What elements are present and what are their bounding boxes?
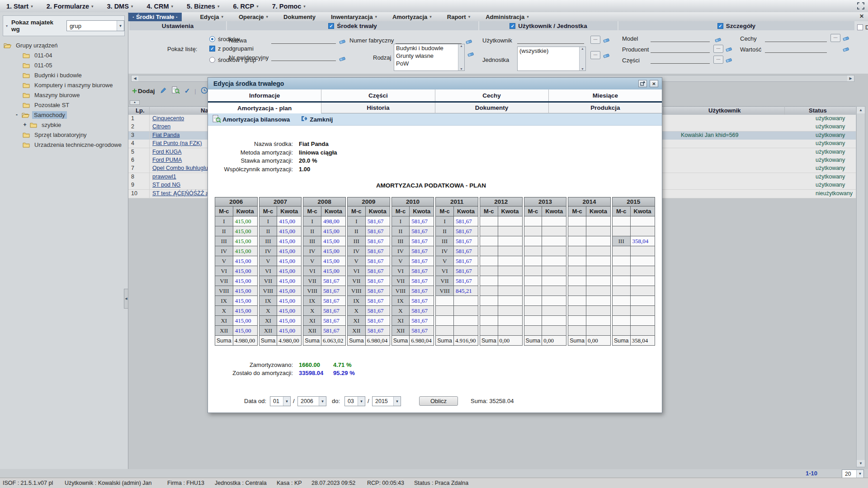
producent-browse-button[interactable]: ... xyxy=(713,45,723,53)
tree-item-komputery-i-maszyny-biurowe[interactable]: Komputery i maszyny biurowe xyxy=(0,80,128,90)
popout-window-icon[interactable] xyxy=(638,80,647,87)
tab-amortyzacja-plan[interactable]: Amortyzacja - plan xyxy=(208,103,321,113)
eraser-icon[interactable] xyxy=(843,46,849,53)
checkbox-checked-icon[interactable]: ✓ xyxy=(328,23,334,29)
cechy-input[interactable] xyxy=(765,36,827,42)
edit-pencil-icon[interactable] xyxy=(160,87,167,95)
scrollbar[interactable]: ▲▼ xyxy=(458,44,464,70)
asset-name-link[interactable]: ST pod NG xyxy=(152,182,180,188)
scroll-left-icon[interactable]: ◀ xyxy=(132,75,138,81)
collapse-minus-icon[interactable]: - xyxy=(14,112,19,118)
tree-item-grupy-urz-dze[interactable]: Grupy urządzeń xyxy=(0,40,128,50)
menubar-item-1-start[interactable]: 1. Start▾ xyxy=(6,3,33,10)
menubar-item-2-formularze[interactable]: 2. Formularze▾ xyxy=(47,3,94,10)
menubar-item-4-crm[interactable]: 4. CRM▾ xyxy=(146,3,173,10)
tab-produkcja[interactable]: Produkcja xyxy=(549,103,662,113)
tree-item-011-04[interactable]: 011-04 xyxy=(0,50,128,60)
column-header-lp[interactable]: Lp. xyxy=(136,107,145,114)
tab-miesi-ce[interactable]: Miesiące xyxy=(549,89,662,101)
zamknij-button[interactable]: Zamknij xyxy=(301,115,333,123)
clock-icon[interactable] xyxy=(201,87,208,95)
amortyzacja-bilansowa-button[interactable]: Amortyzacja bilansowa xyxy=(212,115,290,124)
jednostka-listbox[interactable]: (wszystkie) ▲▼ xyxy=(517,47,586,71)
group-by-select[interactable]: grup ▼ xyxy=(66,20,124,31)
asset-name-link[interactable]: Fiat Panda xyxy=(152,132,179,138)
producent-input[interactable] xyxy=(651,47,710,53)
tree-item-budynki-i-budowle[interactable]: Budynki i budowle xyxy=(0,70,128,80)
modulebar-item-dokumenty[interactable]: Dokumenty xyxy=(283,14,316,20)
sort-ascending-icon[interactable]: ▲ xyxy=(130,100,140,105)
od-month-select[interactable]: 01 ▼ xyxy=(270,396,291,406)
asset-name-link[interactable]: Fiat Punto (na FZK) xyxy=(152,140,202,146)
modulebar-item-raport[interactable]: Raport▾ xyxy=(447,14,470,20)
active-module-srodki-trwale[interactable]: Środki Trwałe xyxy=(128,13,182,21)
jednostka-browse-button[interactable]: ... xyxy=(590,51,600,59)
asset-name-link[interactable]: Citroen xyxy=(152,123,170,130)
eraser-icon[interactable] xyxy=(466,38,472,46)
menubar-item-7-pomoc[interactable]: 7. Pomoc▾ xyxy=(272,3,306,10)
uzytkownik-browse-button[interactable]: ... xyxy=(590,36,600,44)
rodzaj-option[interactable]: PoW xyxy=(394,60,464,67)
modulebar-item-edycja[interactable]: Edycja▾ xyxy=(200,14,223,20)
uzytkownik-input[interactable] xyxy=(517,38,584,44)
nazwa-input[interactable] xyxy=(271,38,336,44)
expand-corners-icon[interactable] xyxy=(857,2,864,9)
wartosc-input[interactable] xyxy=(765,47,827,53)
page-size-select[interactable]: 20 ▼ xyxy=(842,469,864,478)
radio-icon[interactable] xyxy=(209,36,215,42)
menubar-item-6-rcp[interactable]: 6. RCP▾ xyxy=(233,3,258,10)
eraser-icon[interactable] xyxy=(843,35,849,42)
rodzaj-option[interactable]: Budynki i budowle xyxy=(394,44,464,52)
scrollbar[interactable]: ▲▼ xyxy=(579,47,585,70)
radio-icon[interactable] xyxy=(209,57,215,63)
checkbox-z-podgrupami[interactable]: ✓ z podgrupami xyxy=(209,45,254,52)
rodzaj-option[interactable]: Grunty własne xyxy=(394,52,464,60)
partial-section-checkbox[interactable]: D xyxy=(857,24,868,31)
tab-dokumenty[interactable]: Dokumenty xyxy=(435,103,549,113)
tab-informacje[interactable]: Informacje xyxy=(208,89,321,101)
modulebar-item-operacje[interactable]: Operacje▾ xyxy=(239,14,268,20)
expand-plus-icon[interactable]: + xyxy=(23,122,27,128)
eraser-icon[interactable] xyxy=(339,38,346,46)
document-search-icon[interactable] xyxy=(172,86,180,95)
eraser-icon[interactable] xyxy=(715,37,722,44)
oblicz-button[interactable]: Oblicz xyxy=(419,396,458,406)
do-year-select[interactable]: 2015 ▼ xyxy=(372,396,401,406)
tree-item-samochody[interactable]: -Samochody xyxy=(0,110,128,120)
od-year-select[interactable]: 2006 ▼ xyxy=(297,396,326,406)
eraser-icon[interactable] xyxy=(726,57,732,64)
tree-item-011-05[interactable]: 011-05 xyxy=(0,60,128,70)
chevron-down-icon[interactable]: ▾ xyxy=(6,24,8,28)
tree-item-pozosta-e-st[interactable]: Pozostałe ST xyxy=(0,100,128,110)
czesci-browse-button[interactable]: ... xyxy=(713,56,723,64)
menubar-item-5-biznes[interactable]: 5. Biznes▾ xyxy=(187,3,219,10)
do-month-select[interactable]: 03 ▼ xyxy=(344,396,365,406)
vertical-scrollbar[interactable]: ▲ ▼ xyxy=(856,106,865,467)
eraser-icon[interactable] xyxy=(467,51,474,58)
close-icon[interactable]: ✕ xyxy=(650,80,658,87)
scroll-up-icon[interactable]: ▲ xyxy=(857,107,865,113)
column-header-status[interactable]: Status xyxy=(809,107,827,114)
model-input[interactable] xyxy=(651,36,710,42)
rodzaj-listbox[interactable]: ▲▼ Budynki i budowleGrunty własnePoW xyxy=(394,44,465,71)
asset-name-link[interactable]: Cinquecento xyxy=(152,115,184,122)
add-button[interactable]: + Dodaj xyxy=(132,87,155,94)
tab-cechy[interactable]: Cechy xyxy=(435,89,549,101)
column-header-user[interactable]: Użytkownik xyxy=(708,107,741,114)
czesci-input[interactable] xyxy=(651,58,710,64)
checkbox-checked-icon[interactable]: ✓ xyxy=(509,23,515,29)
dialog-titlebar[interactable]: Edycja środka trwałego xyxy=(208,78,662,89)
numer-fabryczny-input[interactable] xyxy=(396,38,462,44)
close-icon[interactable]: ✕ xyxy=(859,13,864,19)
checkbox-unchecked-icon[interactable] xyxy=(857,24,863,30)
eraser-icon[interactable] xyxy=(726,46,732,53)
checkbox-checked-icon[interactable]: ✓ xyxy=(717,23,723,29)
eraser-icon[interactable] xyxy=(603,37,610,44)
modulebar-item-inwentaryzacja[interactable]: Inwentaryzacja▾ xyxy=(331,14,377,20)
menubar-item-3-dms[interactable]: 3. DMS▾ xyxy=(107,3,133,10)
tab-historia[interactable]: Historia xyxy=(321,103,435,113)
asset-name-link[interactable]: prawowl1 xyxy=(152,174,176,180)
tree-item-maszyny-biurowe[interactable]: Maszyny biurowe xyxy=(0,90,128,100)
modulebar-item-administracja[interactable]: Administracja▾ xyxy=(486,14,529,20)
asset-name-link[interactable]: Ford PUMA xyxy=(152,157,182,163)
